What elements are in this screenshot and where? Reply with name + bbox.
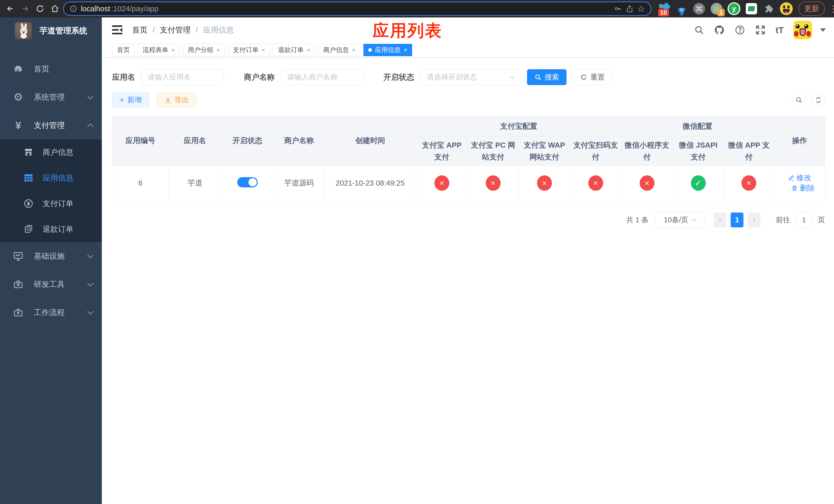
- breadcrumb-payment[interactable]: 支付管理: [160, 25, 191, 36]
- ext-yudao-icon[interactable]: y: [727, 2, 741, 15]
- sidebar-item-refund-orders[interactable]: 退款订单: [0, 216, 102, 242]
- ext-command-icon[interactable]: ⌘: [693, 2, 706, 15]
- sidebar-item-label: 支付管理: [34, 120, 88, 131]
- export-button[interactable]: 导出: [157, 93, 196, 107]
- password-key-icon[interactable]: [614, 5, 622, 13]
- app-name-input[interactable]: [141, 69, 224, 85]
- sidebar-item-merchant-info[interactable]: 商户信息: [0, 139, 102, 165]
- header-search-icon[interactable]: [694, 25, 704, 35]
- user-avatar[interactable]: [793, 21, 812, 39]
- current-page-button[interactable]: 1: [731, 212, 744, 227]
- ext-proxy-icon[interactable]: 1: [710, 2, 723, 15]
- cell-app-id: 6: [112, 166, 169, 201]
- back-icon[interactable]: [4, 2, 17, 15]
- browser-profile-avatar[interactable]: [780, 2, 793, 15]
- sidebar-item-pay-orders[interactable]: 支付订单: [0, 191, 102, 216]
- fullscreen-icon[interactable]: [755, 25, 766, 36]
- active-dot-icon: [368, 48, 372, 52]
- status-select[interactable]: 请选择开启状态: [420, 69, 521, 85]
- col-app-name: 应用名: [169, 116, 221, 166]
- sidebar-collapse-icon[interactable]: [112, 25, 123, 35]
- status-toggle[interactable]: [237, 177, 258, 187]
- grid-table-icon: [22, 173, 35, 183]
- add-button[interactable]: + 新增: [112, 93, 149, 107]
- group-wechat-config: 微信配置: [621, 116, 774, 137]
- sidebar-item-payment[interactable]: ¥ 支付管理: [0, 111, 102, 139]
- page-size-select[interactable]: 10条/页: [655, 212, 704, 227]
- home-icon[interactable]: [48, 2, 62, 15]
- close-icon[interactable]: ×: [171, 46, 175, 53]
- sidebar-item-system[interactable]: ⚙ 系统管理: [0, 83, 102, 111]
- tags-view-bar: 首页 流程表单× 用户分组× 支付订单× 退款订单× 商户信息× 应用信息×: [102, 43, 834, 58]
- close-icon[interactable]: ×: [216, 46, 220, 53]
- sidebar-item-home[interactable]: 首页: [0, 55, 102, 83]
- edit-link[interactable]: 修改: [788, 173, 811, 183]
- avatar-dropdown-caret-icon[interactable]: [820, 28, 826, 32]
- col-wx-app: 微信 APP 支付: [724, 137, 774, 166]
- pagination-total: 共 1 条: [626, 215, 649, 225]
- search-form: 应用名 商户名称 开启状态 请选择开启状态 搜索 重置: [112, 69, 825, 85]
- close-icon[interactable]: ×: [404, 46, 407, 53]
- next-page-button[interactable]: ›: [748, 212, 761, 227]
- tab-pay-orders[interactable]: 支付订单×: [228, 44, 270, 56]
- search-icon: [534, 74, 542, 81]
- wx-app-status-icon: ×: [741, 175, 756, 191]
- github-icon[interactable]: [714, 25, 725, 36]
- forward-icon[interactable]: [19, 2, 32, 15]
- trash-icon: [791, 185, 798, 191]
- browser-toolbar: localhost:1024/pay/app ☆ 10 ⌘ 1 y: [0, 0, 834, 18]
- url-bar[interactable]: localhost:1024/pay/app ☆: [63, 2, 652, 16]
- help-icon[interactable]: [734, 25, 745, 36]
- cell-merchant: 芋道源码: [274, 166, 324, 201]
- goto-prefix: 前往: [776, 215, 790, 225]
- close-icon[interactable]: ×: [262, 46, 265, 53]
- cell-app-name: 芋道: [169, 166, 221, 201]
- cell-actions: 修改 删除: [774, 166, 825, 201]
- browser-menu-icon[interactable]: ⋮: [829, 4, 834, 14]
- apps-table: 应用编号 应用名 开启状态 商户名称 创建时间 支付宝配置 微信配置 操作 支付…: [112, 116, 825, 201]
- sidebar-logo: 芋道管理系统: [0, 18, 102, 44]
- bookmark-star-icon[interactable]: ☆: [637, 4, 645, 13]
- tab-refund-orders[interactable]: 退款订单×: [273, 44, 315, 56]
- chevron-down-icon: [87, 280, 93, 287]
- goto-page-input[interactable]: [795, 212, 813, 227]
- sidebar-item-dev-tools[interactable]: 研发工具: [0, 270, 102, 298]
- col-wx-jsapi: 微信 JSAPI 支付: [673, 137, 724, 166]
- site-info-icon[interactable]: [69, 5, 77, 13]
- close-icon[interactable]: ×: [352, 46, 355, 53]
- sidebar-item-workflow[interactable]: 工作流程: [0, 298, 102, 327]
- tab-process-form[interactable]: 流程表单×: [138, 44, 180, 56]
- extensions-puzzle-icon[interactable]: [762, 2, 775, 15]
- search-button[interactable]: 搜索: [527, 69, 567, 85]
- reload-icon[interactable]: [33, 2, 47, 15]
- payment-submenu: 商户信息 应用信息 支付订单: [0, 139, 102, 242]
- chrome-update-button[interactable]: 更新: [798, 2, 825, 16]
- yuan-circle-icon: [22, 199, 35, 209]
- url-host: localhost: [81, 5, 110, 13]
- delete-link[interactable]: 删除: [791, 183, 815, 193]
- chevron-down-icon: [87, 252, 93, 258]
- sidebar-item-infrastructure[interactable]: 基础设施: [0, 242, 102, 270]
- prev-page-button[interactable]: ‹: [714, 212, 727, 227]
- breadcrumb-current: 应用信息: [203, 25, 234, 36]
- tab-user-group[interactable]: 用户分组×: [183, 44, 225, 56]
- close-icon[interactable]: ×: [307, 46, 310, 53]
- ext-kite-icon[interactable]: [675, 2, 688, 15]
- extensions-area: 10 ⌘ 1 y: [658, 2, 793, 15]
- refresh-table-button[interactable]: [811, 93, 825, 107]
- reset-button[interactable]: 重置: [573, 69, 612, 85]
- breadcrumb-home[interactable]: 首页: [132, 25, 148, 36]
- tab-merchant-info[interactable]: 商户信息×: [318, 44, 360, 56]
- ext-notes-icon[interactable]: [745, 2, 758, 15]
- font-size-icon[interactable]: tT: [775, 25, 784, 35]
- merchant-name-input[interactable]: [281, 69, 364, 85]
- tab-app-info[interactable]: 应用信息×: [364, 44, 412, 56]
- cell-created: 2021-10-23 08:49:25: [324, 166, 416, 201]
- ext-proxy-badge: 1: [717, 9, 725, 17]
- share-icon[interactable]: [626, 5, 634, 13]
- sidebar-item-app-info[interactable]: 应用信息: [0, 165, 102, 191]
- toggle-search-button[interactable]: [792, 93, 806, 107]
- tab-home[interactable]: 首页: [112, 44, 135, 56]
- ext-devtools-icon[interactable]: 10: [658, 2, 671, 15]
- col-alipay-app: 支付宝 APP 支付: [416, 137, 467, 166]
